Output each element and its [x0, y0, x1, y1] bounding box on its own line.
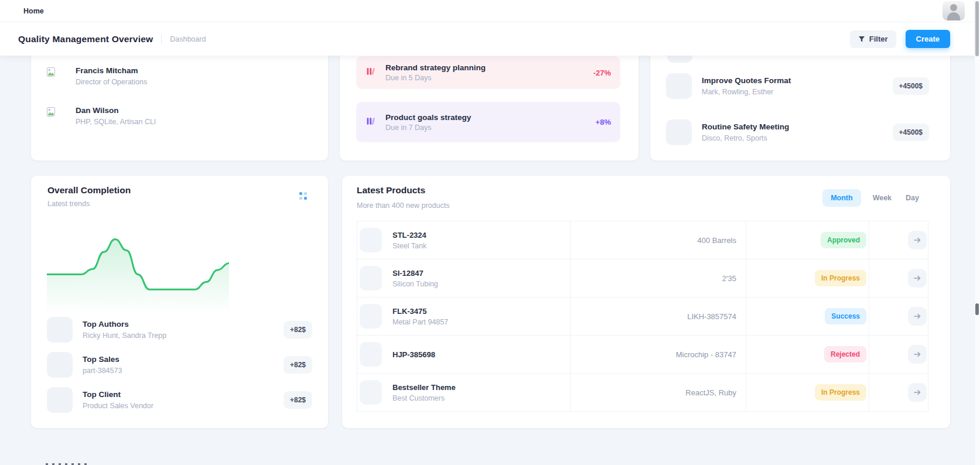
task-item[interactable]: Rebrand strategy planning Due in 5 Days … [356, 56, 620, 89]
table-row[interactable]: STL-2324 Steel Tank 400 Barrels Approved [357, 221, 928, 259]
page-header: Quality Management Overview Dashboard Fi… [0, 22, 980, 56]
table-row[interactable]: SI-12847 Silicon Tubing 2'35 In Progress [357, 259, 928, 298]
product-value: 2'35 [571, 259, 746, 297]
products-table: STL-2324 Steel Tank 400 Barrels Approved… [357, 221, 928, 412]
table-row[interactable]: HJP-385698 Microchip - 83747 Rejected [357, 336, 928, 374]
task-change: -27% [593, 69, 611, 77]
arrow-right-icon [913, 312, 921, 320]
member-role: PHP, SQLite, Artisan CLI [76, 118, 156, 126]
avatar-person-icon [947, 12, 960, 20]
stat-item: Top Sales part-384573 +82$ [47, 352, 312, 378]
header-divider [161, 35, 162, 44]
amount-badge: +82$ [284, 391, 312, 409]
product-code: Bestseller Theme [392, 383, 456, 392]
meeting-thumbnail [666, 73, 692, 99]
broken-image-icon [47, 67, 56, 86]
product-value: 400 Barrels [571, 221, 746, 259]
arrow-right-icon [913, 350, 921, 358]
meeting-title: Improve Quotes Format [702, 76, 791, 85]
status-badge: In Progress [815, 270, 866, 286]
tab-day[interactable]: Day [899, 194, 926, 202]
filter-button[interactable]: Filter [850, 30, 896, 48]
stat-thumbnail [47, 317, 73, 343]
product-thumbnail [360, 228, 382, 252]
completion-chart [47, 231, 229, 313]
row-arrow-button[interactable] [908, 307, 927, 326]
stat-item: Top Authors Ricky Hunt, Sandra Trepp +82… [47, 317, 312, 343]
amount-badge: +82$ [284, 356, 312, 374]
expand-dots-icon[interactable] [299, 192, 307, 200]
tab-month[interactable]: Month [822, 189, 861, 207]
table-row[interactable]: Bestseller Theme Best Customers ReactJS,… [357, 374, 928, 412]
user-avatar[interactable] [943, 1, 965, 20]
status-badge: Success [825, 308, 866, 324]
stat-item: Top Client Product Sales Vendor +82$ [47, 387, 312, 413]
arrow-right-icon [913, 274, 921, 282]
status-badge: In Progress [815, 384, 866, 401]
member-name: Francis Mitcham [76, 66, 147, 75]
create-button[interactable]: Create [906, 30, 950, 48]
task-title: Rebrand strategy planning [385, 63, 486, 72]
scrollbar-track[interactable] [974, 0, 980, 465]
filter-funnel-icon [858, 36, 865, 43]
member-name: Dan Wilson [76, 106, 156, 115]
task-change: +8% [596, 118, 611, 126]
tab-week[interactable]: Week [866, 194, 899, 202]
create-button-label: Create [916, 35, 940, 43]
product-name: Metal Part 94857 [392, 318, 448, 326]
filter-button-label: Filter [869, 35, 888, 43]
scrollbar-thumb[interactable] [975, 303, 979, 315]
stat-thumbnail [47, 352, 73, 378]
broken-image-icon [47, 107, 56, 126]
card-subtitle: Latest trends [47, 200, 90, 208]
stat-subtitle: part-384573 [83, 367, 122, 375]
status-badge: Approved [821, 232, 866, 248]
product-name: Steel Tank [392, 242, 426, 250]
meeting-item[interactable]: Improve Quotes Format Mark, Rowling, Est… [666, 73, 929, 99]
meeting-people: Disco, Retro, Sports [702, 134, 789, 142]
meeting-people: Mark, Rowling, Esther [702, 88, 791, 96]
stat-title: Top Sales [83, 355, 122, 364]
page-title: Quality Management Overview [18, 34, 153, 45]
period-tabs: Month Week Day [822, 189, 926, 207]
task-item[interactable]: Product goals strategy Due in 7 Days +8% [356, 102, 620, 142]
product-code: FLK-3475 [392, 307, 448, 316]
amount-badge: +4500$ [893, 124, 929, 141]
team-member-row[interactable]: Francis Mitcham Director of Operations [47, 66, 316, 86]
meeting-thumbnail [666, 119, 692, 145]
home-link[interactable]: Home [23, 7, 44, 15]
row-arrow-button[interactable] [908, 345, 927, 364]
scrollbar-thumb[interactable] [975, 1, 979, 56]
meeting-item[interactable]: Routine Safety Meeting Disco, Retro, Spo… [666, 119, 929, 145]
stat-subtitle: Ricky Hunt, Sandra Trepp [83, 331, 166, 340]
breadcrumb: Dashboard [170, 35, 206, 43]
avatar-person-icon [950, 4, 957, 11]
task-due: Due in 7 Days [385, 124, 471, 132]
product-name: Silicon Tubing [392, 280, 438, 288]
card-title: Overall Completion [47, 185, 131, 196]
product-thumbnail [360, 342, 382, 367]
topbar: Home [0, 0, 980, 22]
overall-completion-card: Overall Completion Latest trends Top Aut… [31, 176, 328, 428]
meeting-title: Routine Safety Meeting [702, 122, 789, 131]
row-arrow-button[interactable] [908, 269, 927, 288]
amount-badge: +82$ [284, 321, 312, 339]
team-member-row[interactable]: Dan Wilson PHP, SQLite, Artisan CLI [47, 106, 316, 126]
product-code: SI-12847 [392, 269, 438, 278]
table-row[interactable]: FLK-3475 Metal Part 94857 LIKH-3857574 S… [357, 298, 928, 336]
member-role: Director of Operations [76, 78, 147, 86]
stat-subtitle: Product Sales Vendor [83, 402, 153, 410]
stat-title: Top Authors [83, 320, 166, 329]
task-title: Product goals strategy [385, 113, 471, 122]
status-badge: Rejected [824, 346, 866, 363]
row-arrow-button[interactable] [908, 383, 927, 402]
product-value: Microchip - 83747 [571, 336, 746, 373]
stat-title: Top Client [83, 390, 153, 399]
bar-chart-icon [366, 117, 375, 128]
row-arrow-button[interactable] [908, 231, 927, 249]
card-subtitle: More than 400 new products [357, 201, 449, 210]
arrow-right-icon [913, 388, 921, 396]
product-code: HJP-385698 [392, 350, 435, 359]
stat-thumbnail [47, 387, 73, 413]
product-value: ReactJS, Ruby [571, 374, 746, 411]
